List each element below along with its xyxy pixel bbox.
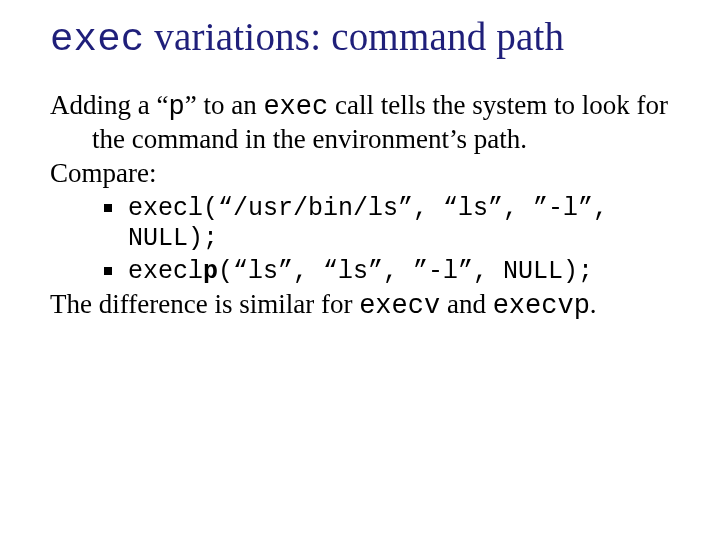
list-item: execlp(“ls”, “ls”, ”-l”, NULL); (100, 257, 670, 288)
list-item: execl(“/usr/bin/ls”, “ls”, ”-l”, NULL); (100, 194, 670, 255)
para-outro: The difference is similar for execv and … (50, 289, 670, 323)
inline-code: execvp (493, 291, 590, 321)
slide-body: Adding a “p” to an exec call tells the s… (50, 90, 670, 323)
text: Adding a “ (50, 90, 168, 120)
inline-code: exec (263, 92, 328, 122)
para-intro: Adding a “p” to an exec call tells the s… (50, 90, 670, 156)
slide-title: exec variations: command path (50, 14, 670, 62)
inline-code: p (168, 92, 184, 122)
code-line-pre: execl (128, 257, 203, 286)
code-list: execl(“/usr/bin/ls”, “ls”, ”-l”, NULL); … (50, 194, 670, 288)
compare-label: Compare: (50, 158, 670, 190)
text: . (590, 289, 597, 319)
title-rest: variations: command path (144, 15, 564, 58)
text: ” to an (185, 90, 264, 120)
inline-code: execv (359, 291, 440, 321)
title-code: exec (50, 18, 144, 62)
code-line-post: (“ls”, “ls”, ”-l”, NULL); (218, 257, 593, 286)
code-line: execl(“/usr/bin/ls”, “ls”, ”-l”, NULL); (128, 194, 608, 254)
text: The difference is similar for (50, 289, 359, 319)
code-line-bold: p (203, 257, 218, 286)
text: and (440, 289, 492, 319)
slide: exec variations: command path Adding a “… (0, 0, 720, 540)
